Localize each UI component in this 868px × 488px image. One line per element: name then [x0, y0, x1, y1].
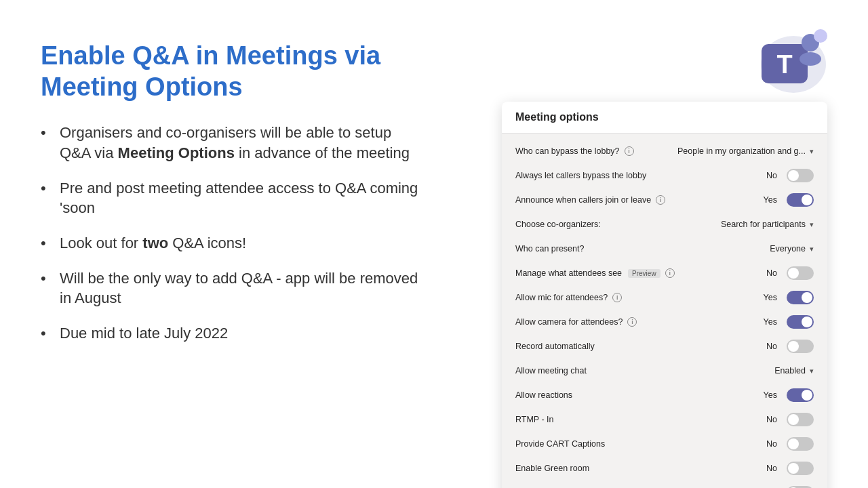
- teams-logo-svg: T: [743, 24, 831, 98]
- svg-point-5: [800, 52, 821, 66]
- allow-mic-toggle[interactable]: [787, 291, 814, 304]
- allow-camera-label: Allow camera for attendees? i: [515, 317, 637, 327]
- info-icon[interactable]: i: [656, 195, 665, 205]
- announce-label: Announce when callers join or leave i: [515, 195, 665, 205]
- attendees-see-toggle[interactable]: [787, 266, 814, 280]
- callers-bypass-label: Always let callers bypass the lobby: [515, 171, 646, 180]
- callers-bypass-control[interactable]: No: [766, 169, 814, 182]
- option-row-meeting-chat[interactable]: Allow meeting chat Enabled ▾: [502, 359, 827, 383]
- option-row-rtmp: RTMP - In No: [502, 407, 827, 432]
- option-row-allow-mic: Allow mic for attendees? i Yes: [502, 285, 827, 310]
- allow-mic-value: Yes: [764, 293, 777, 302]
- reactions-value: Yes: [764, 390, 777, 400]
- who-present-value: Everyone: [770, 244, 806, 253]
- option-row-co-organizers[interactable]: Choose co-organizers: Search for partici…: [502, 212, 827, 237]
- rtmp-value: No: [766, 415, 777, 424]
- record-control[interactable]: No: [766, 340, 814, 353]
- meeting-chat-value: Enabled: [774, 366, 806, 375]
- reactions-label: Allow reactions: [515, 390, 572, 400]
- announce-value: Yes: [764, 195, 777, 205]
- meeting-options-panel: Meeting options Who can bypass the lobby…: [502, 102, 827, 488]
- option-row-announce: Announce when callers join or leave i Ye…: [502, 188, 827, 212]
- bullet-list: Organisers and co-organisers will be abl…: [41, 123, 420, 344]
- meeting-chat-dropdown[interactable]: Enabled ▾: [774, 366, 814, 375]
- green-room-label: Enable Green room: [515, 464, 589, 473]
- co-organizers-label: Choose co-organizers:: [515, 220, 601, 229]
- option-row-attendees-see: Manage what attendees see Preview i No: [502, 261, 827, 285]
- info-icon[interactable]: i: [627, 317, 637, 327]
- option-row-record: Record automatically No: [502, 334, 827, 359]
- announce-control[interactable]: Yes: [764, 193, 814, 207]
- option-row-reactions: Allow reactions Yes: [502, 383, 827, 407]
- cart-label: Provide CART Captions: [515, 439, 605, 449]
- attendees-see-control[interactable]: No: [766, 266, 814, 280]
- svg-text:T: T: [776, 50, 792, 79]
- preview-badge: Preview: [628, 269, 660, 278]
- green-room-value: No: [766, 464, 777, 473]
- cart-control[interactable]: No: [766, 437, 814, 451]
- allow-camera-value: Yes: [764, 317, 777, 327]
- list-item: Due mid to late July 2022: [41, 323, 420, 344]
- cart-value: No: [766, 439, 777, 449]
- record-value: No: [766, 342, 777, 351]
- teams-logo: T: [743, 24, 831, 98]
- who-present-dropdown[interactable]: Everyone ▾: [770, 244, 814, 253]
- option-row-cart: Provide CART Captions No: [502, 432, 827, 456]
- option-row-bypass-lobby[interactable]: Who can bypass the lobby? i People in my…: [502, 139, 827, 163]
- callers-bypass-toggle[interactable]: [787, 169, 814, 182]
- attendees-see-label: Manage what attendees see Preview i: [515, 268, 675, 278]
- left-panel: Enable Q&A in Meetings via Meeting Optio…: [41, 41, 420, 359]
- list-item: Will be the only way to add Q&A - app wi…: [41, 268, 420, 308]
- meeting-chat-label: Allow meeting chat: [515, 366, 587, 375]
- chevron-down-icon: ▾: [810, 147, 814, 156]
- chevron-down-icon: ▾: [810, 245, 814, 253]
- callers-bypass-value: No: [766, 171, 777, 180]
- option-row-who-present[interactable]: Who can present? Everyone ▾: [502, 237, 827, 261]
- list-item: Pre and post meeting attendee access to …: [41, 178, 420, 218]
- allow-mic-label: Allow mic for attendees? i: [515, 293, 622, 302]
- reactions-toggle[interactable]: [787, 388, 814, 402]
- co-organizers-value: Search for participants: [721, 220, 806, 229]
- svg-point-4: [814, 29, 827, 43]
- list-item: Organisers and co-organisers will be abl…: [41, 123, 420, 163]
- options-body: Who can bypass the lobby? i People in my…: [502, 136, 827, 488]
- info-icon[interactable]: i: [612, 293, 622, 302]
- announce-toggle[interactable]: [787, 193, 814, 207]
- option-row-callers-bypass: Always let callers bypass the lobby No: [502, 163, 827, 188]
- list-item: Look out for two Q&A icons!: [41, 233, 420, 253]
- reactions-control[interactable]: Yes: [764, 388, 814, 402]
- page-title: Enable Q&A in Meetings via Meeting Optio…: [41, 41, 420, 102]
- chevron-down-icon: ▾: [810, 367, 814, 375]
- rtmp-toggle[interactable]: [787, 413, 814, 426]
- bypass-lobby-label: Who can bypass the lobby? i: [515, 146, 634, 156]
- who-present-label: Who can present?: [515, 244, 584, 253]
- panel-header: Meeting options: [502, 102, 827, 134]
- co-organizers-dropdown[interactable]: Search for participants ▾: [721, 220, 814, 229]
- info-icon[interactable]: i: [625, 146, 634, 156]
- rtmp-control[interactable]: No: [766, 413, 814, 426]
- allow-camera-toggle[interactable]: [787, 315, 814, 329]
- record-label: Record automatically: [515, 342, 595, 351]
- option-row-allow-camera: Allow camera for attendees? i Yes: [502, 310, 827, 334]
- option-row-lang-interp: Enable language interpretation i No: [502, 481, 827, 488]
- attendees-see-value: No: [766, 268, 777, 278]
- record-toggle[interactable]: [787, 340, 814, 353]
- allow-camera-control[interactable]: Yes: [764, 315, 814, 329]
- bold-text: Meeting Options: [118, 144, 235, 161]
- green-room-toggle[interactable]: [787, 462, 814, 475]
- bypass-lobby-value: People in my organization and g...: [677, 146, 806, 156]
- cart-toggle[interactable]: [787, 437, 814, 451]
- info-icon[interactable]: i: [665, 268, 675, 278]
- allow-mic-control[interactable]: Yes: [764, 291, 814, 304]
- green-room-control[interactable]: No: [766, 462, 814, 475]
- bypass-lobby-dropdown[interactable]: People in my organization and g... ▾: [677, 146, 814, 156]
- chevron-down-icon: ▾: [810, 220, 814, 229]
- bold-text: two: [142, 235, 168, 251]
- rtmp-label: RTMP - In: [515, 415, 554, 424]
- option-row-green-room: Enable Green room No: [502, 456, 827, 481]
